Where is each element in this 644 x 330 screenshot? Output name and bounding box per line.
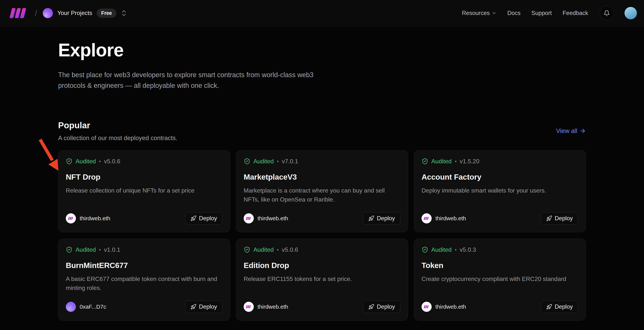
deploy-button[interactable]: Deploy bbox=[185, 301, 223, 313]
badge-row: Audited • v5.0.6 bbox=[244, 246, 400, 253]
card-footer: thirdweb.eth Deploy bbox=[66, 212, 222, 225]
contract-card-token[interactable]: Audited • v5.0.3 Token Create cryptocurr… bbox=[414, 239, 586, 321]
contract-description: Marketplace is a contract where you can … bbox=[244, 186, 400, 204]
deploy-button[interactable]: Deploy bbox=[541, 301, 578, 313]
contract-description: A basic ERC677 compatible token contract… bbox=[66, 274, 222, 292]
publisher-name[interactable]: 0xaF...D7c bbox=[80, 304, 106, 310]
badge-dot: • bbox=[99, 246, 101, 253]
nav-link-feedback[interactable]: Feedback bbox=[563, 10, 588, 16]
contract-version: v5.0.6 bbox=[282, 246, 298, 253]
deploy-button[interactable]: Deploy bbox=[541, 212, 578, 225]
audited-shield-icon bbox=[422, 246, 428, 253]
contract-version: v5.0.6 bbox=[104, 158, 120, 165]
audited-shield-icon bbox=[422, 158, 428, 165]
audited-label: Audited bbox=[76, 158, 96, 165]
badge-row: Audited • v5.0.6 bbox=[66, 158, 222, 165]
deploy-label: Deploy bbox=[199, 304, 217, 310]
contract-card-marketplacev3[interactable]: Audited • v7.0.1 MarketplaceV3 Marketpla… bbox=[236, 150, 408, 232]
publisher-avatar-thirdweb[interactable] bbox=[422, 213, 432, 223]
deploy-button[interactable]: Deploy bbox=[363, 301, 400, 313]
top-navbar: / Your Projects Free Resources Docs Supp… bbox=[0, 0, 644, 26]
nav-link-label: Resources bbox=[462, 10, 490, 16]
explore-page: { "navbar": { "breadcrumb_separator": "/… bbox=[0, 0, 644, 330]
badge-dot: • bbox=[455, 158, 457, 165]
rocket-icon bbox=[546, 215, 552, 221]
publisher-name[interactable]: thirdweb.eth bbox=[258, 304, 288, 310]
rocket-icon bbox=[190, 304, 196, 310]
card-footer: 0xaF...D7c Deploy bbox=[66, 301, 222, 313]
nav-link-resources[interactable]: Resources bbox=[462, 10, 496, 16]
rocket-icon bbox=[368, 215, 374, 221]
audited-label: Audited bbox=[254, 158, 274, 165]
nav-link-docs[interactable]: Docs bbox=[507, 10, 521, 16]
project-switcher-button[interactable] bbox=[120, 9, 128, 17]
badge-row: Audited • v1.5.20 bbox=[422, 158, 578, 165]
arrow-right-icon bbox=[580, 128, 586, 134]
page-title: Explore bbox=[58, 39, 586, 61]
deploy-button[interactable]: Deploy bbox=[185, 212, 223, 225]
contract-description: Release ERC1155 tokens for a set price. bbox=[244, 274, 400, 283]
annotation-arrow bbox=[38, 138, 60, 173]
nav-link-support[interactable]: Support bbox=[531, 10, 552, 16]
chevrons-up-down-icon bbox=[120, 9, 128, 17]
publisher-avatar-thirdweb[interactable] bbox=[422, 302, 432, 312]
publisher-name[interactable]: thirdweb.eth bbox=[80, 215, 110, 222]
audited-shield-icon bbox=[66, 158, 72, 165]
badge-row: Audited • v1.0.1 bbox=[66, 246, 222, 253]
badge-row: Audited • v7.0.1 bbox=[244, 158, 400, 165]
deploy-label: Deploy bbox=[199, 215, 217, 222]
project-name[interactable]: Your Projects bbox=[57, 10, 92, 16]
view-all-link[interactable]: View all bbox=[556, 127, 586, 134]
page-subtitle: The best place for web3 developers to ex… bbox=[58, 70, 341, 91]
card-footer: thirdweb.eth Deploy bbox=[244, 301, 400, 313]
badge-dot: • bbox=[277, 246, 279, 253]
contract-description: Create cryptocurrency compliant with ERC… bbox=[422, 274, 578, 283]
publisher-avatar-thirdweb[interactable] bbox=[244, 302, 254, 312]
contract-version: v1.5.20 bbox=[460, 158, 480, 165]
badge-dot: • bbox=[99, 158, 101, 165]
contract-version: v7.0.1 bbox=[282, 158, 298, 165]
contract-card-edition-drop[interactable]: Audited • v5.0.6 Edition Drop Release ER… bbox=[236, 239, 408, 321]
chevron-down-icon bbox=[492, 11, 496, 15]
deploy-label: Deploy bbox=[377, 215, 395, 222]
contract-description: Release collection of unique NFTs for a … bbox=[66, 186, 222, 195]
deploy-label: Deploy bbox=[555, 215, 573, 222]
contract-title[interactable]: NFT Drop bbox=[66, 173, 222, 181]
contract-card-account-factory[interactable]: Audited • v1.5.20 Account Factory Deploy… bbox=[414, 150, 586, 232]
user-avatar[interactable] bbox=[624, 7, 637, 19]
notifications-button[interactable] bbox=[600, 6, 614, 20]
rocket-icon bbox=[546, 304, 552, 310]
audited-label: Audited bbox=[431, 246, 452, 253]
navbar-links: Resources Docs Support Feedback bbox=[462, 6, 637, 20]
contract-version: v1.0.1 bbox=[104, 246, 120, 253]
audited-shield-icon bbox=[66, 246, 72, 253]
contract-title[interactable]: BurnMintERC677 bbox=[66, 261, 222, 270]
popular-section-header: Popular A collection of our most deploye… bbox=[58, 120, 586, 142]
thirdweb-logo-icon[interactable] bbox=[10, 7, 28, 19]
contract-title[interactable]: Account Factory bbox=[422, 173, 578, 181]
publisher-name[interactable]: thirdweb.eth bbox=[436, 304, 466, 310]
rocket-icon bbox=[368, 304, 374, 310]
deploy-label: Deploy bbox=[377, 304, 395, 310]
contract-title[interactable]: MarketplaceV3 bbox=[244, 173, 400, 181]
card-footer: thirdweb.eth Deploy bbox=[422, 212, 578, 225]
deploy-button[interactable]: Deploy bbox=[363, 212, 400, 225]
audited-label: Audited bbox=[76, 246, 96, 253]
contract-card-nft-drop[interactable]: Audited • v5.0.6 NFT Drop Release collec… bbox=[58, 150, 230, 232]
contract-card-burnminterc677[interactable]: Audited • v1.0.1 BurnMintERC677 A basic … bbox=[58, 239, 230, 321]
publisher-name[interactable]: thirdweb.eth bbox=[436, 215, 466, 222]
deploy-label: Deploy bbox=[555, 304, 573, 310]
contract-title[interactable]: Token bbox=[422, 261, 578, 270]
publisher-name[interactable]: thirdweb.eth bbox=[258, 215, 288, 222]
badge-dot: • bbox=[277, 158, 279, 165]
publisher-avatar-thirdweb[interactable] bbox=[66, 213, 76, 223]
contract-title[interactable]: Edition Drop bbox=[244, 261, 400, 270]
publisher-avatar-thirdweb[interactable] bbox=[244, 213, 254, 223]
project-avatar[interactable] bbox=[43, 8, 53, 18]
popular-subtitle: A collection of our most deployed contra… bbox=[58, 134, 178, 142]
main-content: Explore The best place for web3 develope… bbox=[58, 39, 586, 330]
audited-shield-icon bbox=[244, 158, 250, 165]
plan-badge: Free bbox=[97, 8, 116, 18]
card-footer: thirdweb.eth Deploy bbox=[422, 301, 578, 313]
publisher-avatar-address[interactable] bbox=[66, 302, 76, 312]
